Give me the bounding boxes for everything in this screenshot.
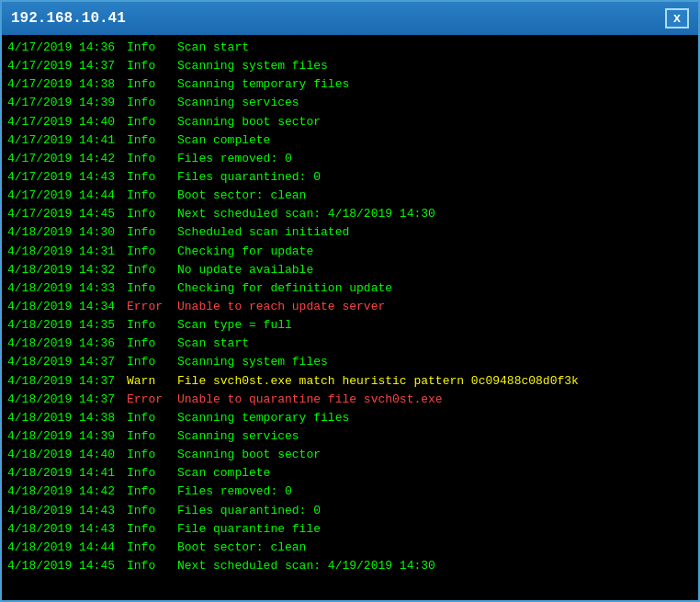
log-message: File svch0st.exe match heuristic pattern… — [177, 372, 579, 391]
log-message: Scan type = full — [177, 316, 292, 335]
log-date: 4/18/2019 14:41 — [7, 464, 127, 483]
log-message: Files quarantined: 0 — [177, 502, 321, 520]
log-level: Info — [127, 261, 177, 279]
log-line: 4/17/2019 14:37InfoScanning system files — [7, 57, 693, 75]
log-level: Info — [127, 353, 177, 371]
log-level: Info — [127, 243, 177, 261]
log-line: 4/17/2019 14:36InfoScan start — [7, 39, 693, 57]
log-container[interactable]: 4/17/2019 14:36InfoScan start4/17/2019 1… — [2, 35, 698, 600]
log-date: 4/17/2019 14:38 — [7, 75, 127, 94]
log-date: 4/18/2019 14:33 — [7, 279, 127, 298]
log-date: 4/18/2019 14:44 — [7, 539, 127, 557]
log-date: 4/18/2019 14:37 — [7, 391, 127, 409]
log-date: 4/18/2019 14:39 — [7, 427, 127, 446]
log-message: Checking for update — [177, 243, 313, 261]
main-window: 192.168.10.41 x 4/17/2019 14:36InfoScan … — [0, 0, 700, 602]
log-date: 4/18/2019 14:45 — [7, 557, 127, 575]
log-date: 4/17/2019 14:39 — [7, 94, 127, 112]
log-date: 4/18/2019 14:34 — [7, 298, 127, 316]
log-message: Scan start — [177, 335, 249, 353]
log-line: 4/17/2019 14:44InfoBoot sector: clean — [7, 187, 693, 205]
log-line: 4/18/2019 14:30InfoScheduled scan initia… — [7, 223, 693, 242]
log-message: Files removed: 0 — [177, 483, 292, 501]
log-line: 4/17/2019 14:43InfoFiles quarantined: 0 — [7, 168, 693, 187]
log-date: 4/18/2019 14:32 — [7, 261, 127, 279]
log-line: 4/17/2019 14:41InfoScan complete — [7, 131, 693, 150]
log-line: 4/18/2019 14:43InfoFile quarantine file — [7, 520, 693, 539]
log-level: Info — [127, 150, 177, 168]
log-level: Info — [127, 539, 177, 557]
log-date: 4/18/2019 14:38 — [7, 409, 127, 427]
log-date: 4/17/2019 14:41 — [7, 131, 127, 150]
log-date: 4/17/2019 14:40 — [7, 113, 127, 131]
log-line: 4/18/2019 14:45InfoNext scheduled scan: … — [7, 557, 693, 575]
log-level: Info — [127, 187, 177, 205]
log-date: 4/18/2019 14:40 — [7, 446, 127, 464]
log-message: Scanning system files — [177, 353, 328, 371]
log-date: 4/17/2019 14:42 — [7, 150, 127, 168]
log-date: 4/18/2019 14:36 — [7, 335, 127, 353]
log-date: 4/18/2019 14:43 — [7, 502, 127, 520]
log-message: Checking for definition update — [177, 279, 392, 298]
log-line: 4/17/2019 14:45InfoNext scheduled scan: … — [7, 205, 693, 223]
log-date: 4/18/2019 14:42 — [7, 483, 127, 501]
log-level: Info — [127, 94, 177, 112]
log-line: 4/18/2019 14:31InfoChecking for update — [7, 243, 693, 261]
title-bar: 192.168.10.41 x — [2, 2, 698, 35]
log-line: 4/18/2019 14:36InfoScan start — [7, 335, 693, 353]
log-level: Info — [127, 483, 177, 501]
log-date: 4/18/2019 14:30 — [7, 223, 127, 242]
log-message: Files removed: 0 — [177, 150, 292, 168]
log-date: 4/17/2019 14:36 — [7, 39, 127, 57]
log-level: Info — [127, 223, 177, 242]
log-message: Boot sector: clean — [177, 539, 306, 557]
log-message: Next scheduled scan: 4/18/2019 14:30 — [177, 205, 435, 223]
log-level: Info — [127, 557, 177, 575]
log-message: Scanning boot sector — [177, 446, 321, 464]
close-button[interactable]: x — [665, 8, 689, 28]
log-line: 4/17/2019 14:40InfoScanning boot sector — [7, 113, 693, 131]
log-level: Info — [127, 316, 177, 335]
log-level: Info — [127, 279, 177, 298]
log-line: 4/18/2019 14:37ErrorUnable to quarantine… — [7, 391, 693, 409]
log-level: Error — [127, 298, 177, 316]
log-line: 4/18/2019 14:38InfoScanning temporary fi… — [7, 409, 693, 427]
log-level: Info — [127, 446, 177, 464]
log-line: 4/18/2019 14:34ErrorUnable to reach upda… — [7, 298, 693, 316]
log-message: Unable to quarantine file svch0st.exe — [177, 391, 443, 409]
log-message: Scan complete — [177, 464, 270, 483]
log-level: Info — [127, 39, 177, 57]
log-level: Info — [127, 75, 177, 94]
log-level: Warn — [127, 372, 177, 391]
log-level: Info — [127, 427, 177, 446]
log-level: Info — [127, 520, 177, 539]
log-date: 4/18/2019 14:43 — [7, 520, 127, 539]
log-message: File quarantine file — [177, 520, 321, 539]
log-message: Scanning boot sector — [177, 113, 321, 131]
log-level: Info — [127, 502, 177, 520]
log-message: Unable to reach update server — [177, 298, 385, 316]
log-level: Info — [127, 335, 177, 353]
content-area: 4/17/2019 14:36InfoScan start4/17/2019 1… — [2, 35, 698, 600]
log-message: Scan start — [177, 39, 249, 57]
log-level: Info — [127, 409, 177, 427]
log-line: 4/18/2019 14:39InfoScanning services — [7, 427, 693, 446]
log-level: Info — [127, 131, 177, 150]
log-level: Info — [127, 464, 177, 483]
log-line: 4/18/2019 14:32InfoNo update available — [7, 261, 693, 279]
log-level: Info — [127, 113, 177, 131]
log-message: Boot sector: clean — [177, 187, 306, 205]
log-date: 4/18/2019 14:37 — [7, 372, 127, 391]
log-date: 4/17/2019 14:45 — [7, 205, 127, 223]
log-line: 4/18/2019 14:44InfoBoot sector: clean — [7, 539, 693, 557]
log-line: 4/17/2019 14:38InfoScanning temporary fi… — [7, 75, 693, 94]
log-date: 4/18/2019 14:35 — [7, 316, 127, 335]
log-line: 4/18/2019 14:40InfoScanning boot sector — [7, 446, 693, 464]
log-message: No update available — [177, 261, 313, 279]
log-message: Files quarantined: 0 — [177, 168, 321, 187]
log-message: Scanning temporary files — [177, 409, 349, 427]
log-line: 4/17/2019 14:42InfoFiles removed: 0 — [7, 150, 693, 168]
log-message: Scanning services — [177, 94, 299, 112]
log-date: 4/17/2019 14:44 — [7, 187, 127, 205]
log-date: 4/17/2019 14:43 — [7, 168, 127, 187]
